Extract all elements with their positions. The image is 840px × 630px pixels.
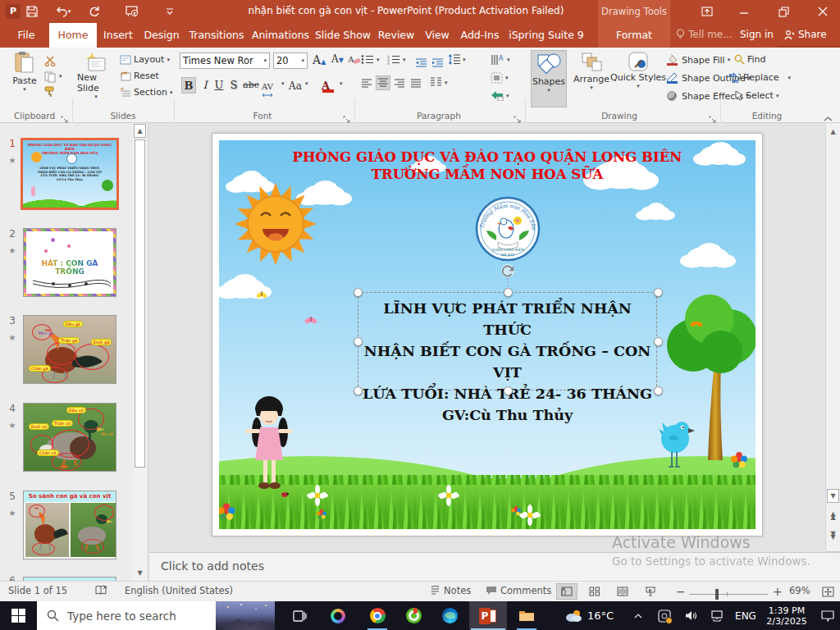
share-button[interactable]: Share (784, 29, 827, 40)
paragraph-dialog-launcher[interactable] (514, 111, 522, 119)
cut-button[interactable] (44, 54, 57, 70)
restore-button[interactable] (769, 2, 797, 21)
shapes-button[interactable]: Shapes ▾ (531, 50, 567, 107)
normal-view-button[interactable] (556, 583, 578, 600)
grow-font-button[interactable]: A▲ (313, 53, 326, 66)
weather-widget[interactable]: 16°C (556, 601, 622, 630)
thumb-scroll-up-button[interactable]: ▲ (134, 124, 146, 138)
zoom-slider-track[interactable] (689, 594, 768, 595)
columns-button[interactable]: ▾ (430, 77, 448, 88)
start-from-beginning-button[interactable] (123, 2, 141, 21)
tab-animations[interactable]: Animations (249, 23, 312, 48)
tab-format[interactable]: Format (598, 23, 670, 48)
tab-add-ins[interactable]: Add-Ins (456, 23, 504, 48)
slide-1-editing-surface[interactable]: Trường Mầm non Hoa Sữa QUẬN LONG BIÊN HÀ… (212, 133, 763, 536)
rotate-handle-icon[interactable] (501, 264, 514, 277)
thumbnail-slide-5[interactable]: So sánh con gà và con vịt (23, 491, 116, 559)
tab-insert[interactable]: Insert (98, 23, 138, 48)
underline-button[interactable]: U (212, 77, 226, 94)
ribbon-display-options-button[interactable] (693, 2, 721, 21)
align-left-button[interactable] (361, 77, 372, 93)
zoom-level[interactable]: 69% (789, 585, 810, 596)
clipboard-dialog-launcher[interactable] (61, 111, 69, 119)
previous-slide-button[interactable]: ▲▲ (827, 507, 839, 525)
bold-button[interactable]: B (181, 77, 196, 94)
fit-slide-to-window-button[interactable] (817, 583, 838, 600)
font-name-combo[interactable]: Times New Ror▾ (180, 52, 270, 69)
language-indicator[interactable]: English (United States) (125, 585, 233, 596)
clock-tray[interactable]: 1:39 PM 2/3/2025 (761, 601, 812, 630)
reset-button[interactable]: Reset (120, 71, 159, 81)
tab-ispring[interactable]: iSpring Suite 9 (505, 23, 587, 48)
slide-show-view-button[interactable] (640, 583, 661, 600)
thumbnail-scrollbar[interactable]: ▲ ▼ (133, 123, 148, 581)
find-button[interactable]: Find (734, 54, 766, 65)
bullets-button[interactable]: ▾ (361, 54, 380, 65)
quick-styles-button[interactable]: Quick Styles ▾ (616, 51, 660, 89)
notes-pane[interactable]: Click to add notes (149, 552, 840, 581)
save-button[interactable] (23, 2, 41, 21)
tab-review[interactable]: Review (374, 23, 418, 48)
character-spacing-button[interactable]: AV ▾ (262, 77, 286, 94)
slide-sorter-view-button[interactable] (584, 583, 605, 600)
tray-expand-button[interactable] (628, 601, 648, 630)
strikethrough-button[interactable]: abc (242, 77, 260, 94)
clear-formatting-button[interactable]: A (348, 53, 361, 69)
notes-toggle-button[interactable]: Notes (430, 585, 471, 596)
numbering-button[interactable]: 123▾ (387, 54, 406, 65)
redo-button[interactable] (85, 2, 103, 21)
change-case-button[interactable]: Aa ▾ (289, 77, 312, 94)
line-spacing-button[interactable]: ▾ (448, 54, 466, 65)
new-slide-button[interactable]: New Slide ▾ (77, 51, 115, 100)
notes-placeholder[interactable]: Click to add notes (161, 559, 264, 573)
tab-home[interactable]: Home (49, 23, 97, 48)
paste-button[interactable]: Paste ▾ (8, 51, 41, 93)
action-center-button[interactable] (815, 601, 840, 630)
justify-button[interactable] (410, 77, 422, 93)
copy-button[interactable]: ▾ (44, 71, 57, 86)
network-button[interactable] (705, 601, 728, 630)
align-center-button[interactable] (376, 75, 390, 90)
shape-fill-button[interactable]: Shape Fill▾ (666, 54, 730, 66)
undo-button[interactable]: ▾ (49, 2, 77, 21)
layout-button[interactable]: Layout▾ (120, 54, 170, 65)
font-dialog-launcher[interactable] (343, 111, 351, 119)
coccoc-button[interactable] (397, 601, 430, 630)
resize-handle-e[interactable] (654, 337, 663, 346)
arrange-button[interactable]: Arrange ▾ (570, 51, 613, 91)
slide-scrollbar[interactable]: ▲ ▼ ▲▲ ▼▼ (825, 123, 840, 581)
font-color-button[interactable]: A ▾ (322, 77, 349, 94)
thumbnail-slide-1[interactable]: PHÒNG GIÁO DỤC VÀ ĐÀO TẠO QUẬN LONG BIÊN… (21, 138, 119, 210)
tab-slide-show[interactable]: Slide Show (313, 23, 372, 48)
sign-in-button[interactable]: Sign in (740, 29, 774, 40)
tray-app-button[interactable] (653, 601, 676, 630)
decrease-indent-button[interactable] (415, 56, 427, 71)
tell-me-box[interactable]: Tell me... (676, 29, 733, 40)
resize-handle-nw[interactable] (354, 288, 363, 297)
align-right-button[interactable] (394, 77, 405, 93)
convert-smartart-button[interactable]: ▾ (491, 90, 509, 101)
resize-handle-ne[interactable] (654, 288, 663, 297)
scroll-down-button[interactable]: ▼ (827, 489, 839, 503)
thumbnail-slide-4[interactable]: Đầu vịt Thân vịt Đuôi vịt Chân vịt Mỏ vị… (23, 403, 116, 472)
resize-handle-n[interactable] (504, 288, 513, 297)
minimize-button[interactable] (730, 2, 758, 21)
close-button[interactable] (809, 2, 837, 21)
task-view-button[interactable] (283, 601, 316, 630)
slide-counter[interactable]: Slide 1 of 15 (8, 585, 67, 596)
comments-toggle-button[interactable]: Comments (486, 585, 551, 596)
scroll-up-button[interactable]: ▲ (827, 125, 839, 139)
drawing-dialog-launcher[interactable] (709, 111, 717, 119)
selected-text-box[interactable]: LĨNH VỰC PHÁT TRIỂN NHẬN THỨC NHẬN BIẾT … (358, 292, 657, 390)
resize-handle-s[interactable] (504, 386, 513, 395)
increase-indent-button[interactable] (431, 56, 444, 71)
tab-file[interactable]: File (7, 23, 46, 48)
edge-button[interactable] (433, 601, 466, 630)
section-button[interactable]: Section▾ (120, 87, 172, 98)
customize-qat-button[interactable] (161, 2, 179, 21)
start-button[interactable] (0, 601, 37, 630)
zoom-slider-thumb[interactable] (715, 589, 719, 600)
thumbnail-slide-3[interactable]: Đầu gà Mào gà Thân gà Đuôi gà Chân gà (23, 315, 116, 384)
select-button[interactable]: Select▾ (734, 90, 778, 101)
language-tray-button[interactable]: ENG (732, 601, 760, 630)
